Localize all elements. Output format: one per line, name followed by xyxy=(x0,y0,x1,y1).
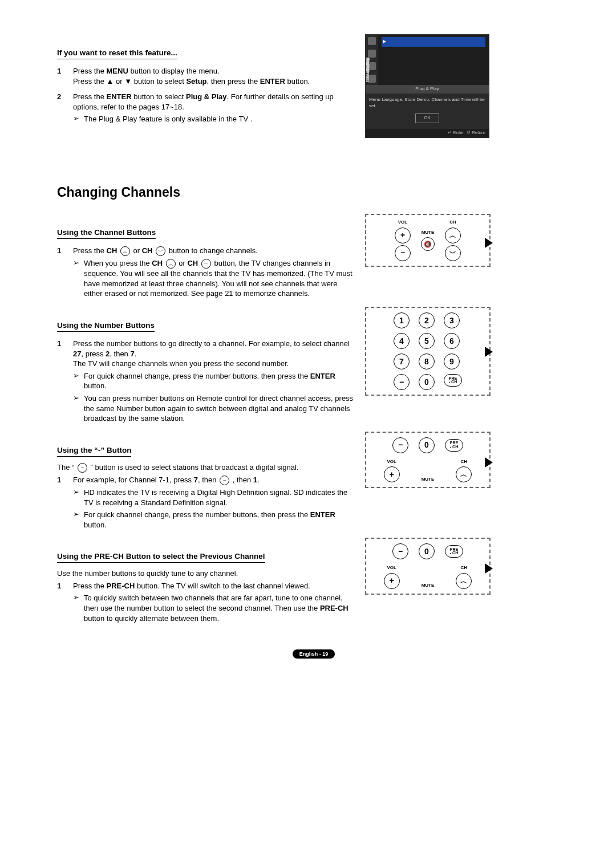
dash-button: − xyxy=(394,374,410,390)
digit-2-button: 2 xyxy=(419,312,435,328)
mute-label: MUTE xyxy=(422,477,435,483)
dash-icon: − xyxy=(220,476,229,485)
step-number: 1 xyxy=(57,246,65,301)
ch-label: CH xyxy=(461,459,468,465)
remote-diagram-volch: VOL + − MUTE 🔇 CH ︿ ﹀ xyxy=(365,214,491,267)
step-number: 1 xyxy=(57,475,65,532)
remote-diagram-dash: − 0 PRE- CH VOL + MUTE CH ︿ xyxy=(365,432,491,489)
prech-button: PRE- CH xyxy=(444,374,462,387)
dash-button: − xyxy=(392,437,408,453)
osd-row-plugplay: Plug & Play xyxy=(382,37,485,47)
step-number: 1 xyxy=(57,339,65,425)
callout-arrow-icon xyxy=(485,347,493,357)
ch-label: CH xyxy=(449,220,456,226)
ch-buttons-heading: Using the Channel Buttons xyxy=(57,228,156,239)
prech-heading: Using the PRE-CH Button to select the Pr… xyxy=(57,551,265,563)
prech-step: Press the PRE-CH button. The TV will swi… xyxy=(73,581,354,625)
digit-6-button: 6 xyxy=(444,333,460,349)
osd-hints: ↵ Enter ↺ Return xyxy=(366,129,489,137)
ch-down-button: ﹀ xyxy=(445,245,461,261)
page-footer: English - 19 xyxy=(293,649,335,659)
digit-5-button: 5 xyxy=(419,333,435,349)
vol-label: VOL xyxy=(387,565,396,571)
vol-up-button: + xyxy=(384,466,400,482)
ch-down-icon: ﹀ xyxy=(156,246,165,256)
remote-diagram-keypad: 1 2 3 4 5 6 7 8 9 − 0 PRE- CH xyxy=(365,307,491,396)
ch-up-button: ︿ xyxy=(456,466,472,482)
vol-label: VOL xyxy=(387,459,396,465)
step-number: 1 xyxy=(57,66,65,86)
vol-down-button: − xyxy=(395,245,411,261)
digit-3-button: 3 xyxy=(444,312,460,328)
digit-0-button: 0 xyxy=(419,437,435,453)
step-number: 1 xyxy=(57,581,65,625)
prech-intro: Use the number buttons to quickly tune t… xyxy=(57,568,354,579)
digit-4-button: 4 xyxy=(394,333,410,349)
ch-down-icon: ﹀ xyxy=(201,259,211,269)
ch-up-button: ︿ xyxy=(445,228,461,243)
osd-menu: Setup Plug & Play Language: English Time… xyxy=(365,34,489,138)
ch-up-icon: ︿ xyxy=(166,259,176,269)
osd-tab-icon xyxy=(368,50,376,58)
ch-buttons-step: Press the CH ︿ or CH ﹀ button to change … xyxy=(73,246,354,301)
step-number: 2 xyxy=(57,92,65,127)
dash-button-step: For example, for Channel 7-1, press 7, t… xyxy=(73,475,354,532)
digit-9-button: 9 xyxy=(444,354,460,369)
digit-1-button: 1 xyxy=(394,312,410,328)
dash-button-heading: Using the “-” Button xyxy=(57,445,131,457)
osd-tab-icon xyxy=(368,37,376,45)
dash-button: − xyxy=(392,543,408,559)
num-buttons-heading: Using the Number Buttons xyxy=(57,320,155,332)
reset-heading: If you want to reset this feature... xyxy=(57,48,177,59)
remote-diagram-prech: − 0 PRE- CH VOL + MUTE CH ︿ xyxy=(365,538,491,595)
num-buttons-step: Press the number buttons to go directly … xyxy=(73,339,354,425)
main-heading: Changing Channels xyxy=(57,184,570,201)
osd-ok-button: OK xyxy=(415,113,439,123)
osd-dialog: Menu Language, Store Demo, Channels and … xyxy=(366,94,489,129)
digit-7-button: 7 xyxy=(394,354,410,369)
reset-step1: Press the MENU button to display the men… xyxy=(73,66,354,86)
mute-label: MUTE xyxy=(422,230,435,236)
digit-0-button: 0 xyxy=(419,374,435,390)
mute-label: MUTE xyxy=(422,583,435,589)
ch-up-button: ︿ xyxy=(456,573,472,589)
prech-button: PRE- CH xyxy=(445,545,463,558)
prech-button: PRE- CH xyxy=(445,439,463,452)
osd-row-swupgrade: SW Upgrade xyxy=(382,67,485,71)
vol-up-button: + xyxy=(395,228,411,243)
ch-label: CH xyxy=(461,565,468,571)
mute-button: 🔇 xyxy=(421,237,435,251)
digit-8-button: 8 xyxy=(419,354,435,369)
callout-arrow-icon xyxy=(485,457,493,468)
reset-step2: Press the ENTER button to select Plug & … xyxy=(73,92,354,127)
osd-dialog-title: Plug & Play xyxy=(366,85,489,94)
digit-0-button: 0 xyxy=(419,543,435,559)
vol-up-button: + xyxy=(384,573,400,589)
ch-up-icon: ︿ xyxy=(120,246,130,256)
callout-arrow-icon xyxy=(485,238,493,248)
dash-icon: − xyxy=(78,463,87,473)
dash-intro: The “ − ” button is used to select stati… xyxy=(57,462,354,473)
callout-arrow-icon xyxy=(485,563,493,574)
vol-label: VOL xyxy=(398,220,407,226)
